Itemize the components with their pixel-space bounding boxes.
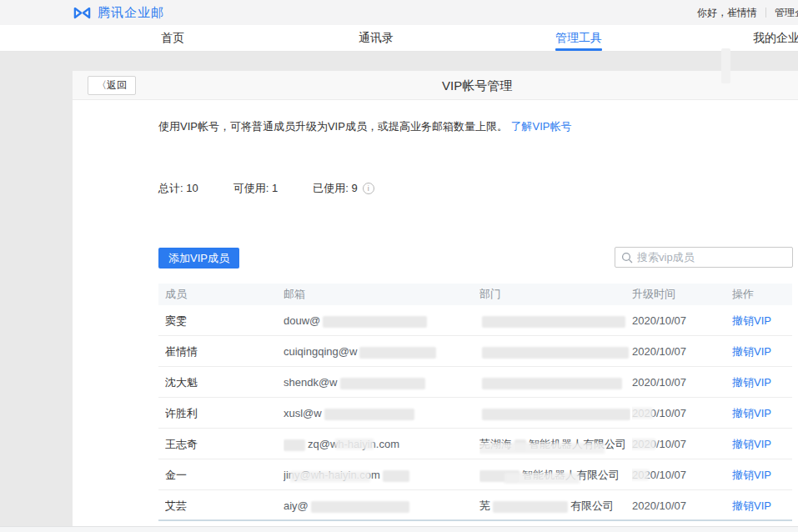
exmail-logo-icon: [73, 6, 92, 20]
info-icon[interactable]: i: [363, 183, 374, 194]
divider: [765, 8, 766, 18]
active-tab-underline: [555, 48, 602, 51]
col-header-member: 成员: [165, 284, 282, 305]
tab-home[interactable]: 首页: [161, 25, 184, 51]
redacted-blur: [335, 439, 374, 449]
table-row: 金一 jiny@wh-haiyin.com 智能机器人有限公司 2020/10/…: [158, 459, 792, 490]
redacted-blur: [632, 439, 655, 449]
revoke-vip-link[interactable]: 撤销VIP: [732, 314, 771, 327]
member-email: aiy@: [284, 490, 478, 519]
member-dept: [479, 305, 630, 335]
member-name: 许胜利: [165, 398, 282, 428]
greeting-text: 你好，崔情情: [697, 6, 757, 20]
member-dept: [479, 336, 630, 366]
brand-name: 腾讯企业邮: [98, 5, 164, 21]
redacted-blur: [493, 501, 568, 513]
member-email: cuiqingqing@w: [284, 336, 478, 366]
col-header-dept: 部门: [479, 284, 630, 305]
table-row: 王志奇 zq@wh-haiyin.com 芜湖海智能机器人有限公司 2020/1…: [158, 429, 792, 459]
member-email: zq@wh-haiyin.com: [284, 429, 478, 459]
redacted-blur: [632, 469, 649, 480]
revoke-vip-link[interactable]: 撤销VIP: [732, 407, 771, 419]
table-row: 窦雯 douw@ 2020/10/07 撤销VIP: [158, 305, 792, 336]
member-name: 窦雯: [165, 305, 282, 335]
redacted-blur: [290, 471, 370, 482]
member-name: 王志奇: [165, 429, 282, 459]
action-cell: 撤销VIP: [732, 398, 790, 428]
top-right-account: 你好，崔情情 管理企业: [697, 0, 798, 25]
member-dept: 芜有限公司: [479, 490, 630, 519]
upgrade-date: 2020/10/07: [632, 336, 730, 366]
admin-enterprise-link[interactable]: 管理企业: [775, 6, 798, 20]
stat-available: 可使用: 1: [233, 181, 278, 196]
upgrade-date: 2020/10/07: [632, 398, 730, 428]
revoke-vip-link[interactable]: 撤销VIP: [732, 469, 771, 481]
upgrade-date: 2020/10/07: [632, 429, 730, 459]
content-panel: 〈返回 VIP帐号管理 使用VIP帐号，可将普通成员升级为VIP成员，或提高业务…: [73, 71, 798, 526]
redacted-blur: [482, 316, 625, 328]
member-dept: [479, 398, 630, 428]
scrollbar-thumb[interactable]: [721, 48, 730, 83]
redacted-blur: [504, 473, 580, 484]
revoke-vip-link[interactable]: 撤销VIP: [732, 438, 771, 450]
learn-vip-link[interactable]: 了解VIP帐号: [511, 120, 572, 133]
redacted-blur: [632, 408, 653, 419]
member-email: shendk@w: [284, 367, 478, 397]
col-header-time: 升级时间: [632, 284, 730, 305]
back-button[interactable]: 〈返回: [88, 76, 136, 95]
brand[interactable]: 腾讯企业邮: [73, 0, 164, 25]
member-name: 金一: [165, 459, 282, 489]
vip-description: 使用VIP帐号，可将普通成员升级为VIP成员，或提高业务邮箱数量上限。 了解VI…: [158, 119, 572, 134]
add-vip-member-button[interactable]: 添加VIP成员: [158, 248, 239, 269]
search-vip-input[interactable]: [637, 248, 790, 266]
top-bar: 腾讯企业邮 你好，崔情情 管理企业: [0, 0, 798, 25]
upgrade-date: 2020/10/07: [632, 305, 730, 335]
redacted-blur: [324, 409, 414, 420]
action-cell: 撤销VIP: [732, 459, 790, 489]
col-header-action: 操作: [732, 284, 790, 305]
redacted-blur: [340, 378, 425, 389]
redacted-blur: [359, 347, 436, 359]
table-row: 许胜利 xusl@w 2020/10/07 撤销VIP: [158, 398, 792, 429]
main-nav: 首页 通讯录 管理工具 我的企业: [0, 25, 798, 52]
redacted-blur: [482, 409, 630, 420]
tab-my-enterprise[interactable]: 我的企业: [753, 25, 798, 51]
panel-header: 〈返回 VIP帐号管理: [73, 71, 798, 100]
action-cell: 撤销VIP: [732, 367, 790, 397]
redacted-blur: [323, 316, 427, 328]
vip-account-management-page: 腾讯企业邮 你好，崔情情 管理企业 首页 通讯录 管理工具 我的企业 〈返回 V…: [0, 0, 798, 532]
action-cell: 撤销VIP: [732, 490, 790, 519]
redacted-blur: [311, 501, 409, 513]
tab-contacts[interactable]: 通讯录: [359, 25, 394, 51]
revoke-vip-link[interactable]: 撤销VIP: [732, 499, 771, 512]
revoke-vip-link[interactable]: 撤销VIP: [732, 345, 771, 358]
action-cell: 撤销VIP: [732, 305, 790, 335]
vip-stats: 总计: 10 可使用: 1 已使用: 9 i: [158, 181, 374, 196]
vip-member-table: 成员 邮箱 部门 升级时间 操作 窦雯 douw@ 2020/10/07 撤销V…: [158, 284, 792, 521]
member-name: 艾芸: [165, 490, 282, 519]
member-dept: 芜湖海智能机器人有限公司: [479, 429, 630, 459]
upgrade-date: 2020/10/07: [632, 367, 730, 397]
revoke-vip-link[interactable]: 撤销VIP: [732, 376, 771, 389]
col-header-email: 邮箱: [284, 284, 478, 305]
action-cell: 撤销VIP: [732, 336, 790, 366]
member-email: douw@: [284, 305, 478, 335]
page-title: VIP帐号管理: [442, 71, 512, 100]
stat-used-text: 已使用: 9: [313, 181, 357, 196]
search-icon: [621, 252, 633, 263]
search-box: [615, 247, 793, 268]
tab-admin-tools[interactable]: 管理工具: [555, 25, 602, 51]
member-name: 崔情情: [165, 336, 282, 366]
redacted-blur: [383, 470, 409, 482]
redacted-blur: [482, 347, 629, 359]
description-text: 使用VIP帐号，可将普通成员升级为VIP成员，或提高业务邮箱数量上限。: [158, 120, 508, 133]
stat-used: 已使用: 9 i: [313, 181, 374, 196]
upgrade-date: 2020/10/07: [632, 459, 730, 489]
member-dept: 智能机器人有限公司: [479, 459, 630, 489]
redacted-blur: [482, 378, 622, 389]
redacted-blur: [479, 443, 605, 454]
member-dept: [479, 367, 630, 397]
table-row: 沈大魁 shendk@w 2020/10/07 撤销VIP: [158, 367, 792, 398]
upgrade-date: 2020/10/07: [632, 490, 730, 519]
bottom-scrollbar-track[interactable]: [0, 526, 798, 532]
